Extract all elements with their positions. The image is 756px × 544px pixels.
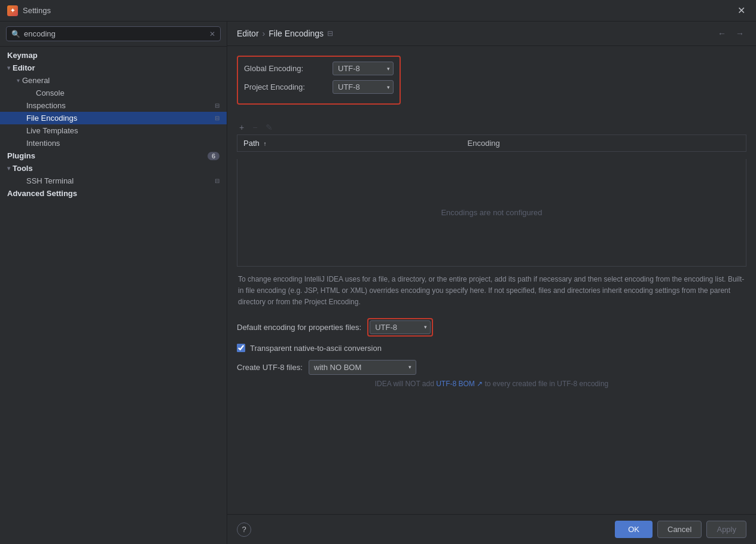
search-wrapper: 🔍 encoding ✕ bbox=[6, 26, 221, 41]
clear-search-button[interactable]: ✕ bbox=[209, 30, 215, 38]
properties-encoding-row: Default encoding for properties files: U… bbox=[237, 318, 746, 337]
properties-label: Default encoding for properties files: bbox=[237, 323, 361, 332]
description-text: To change encoding IntelliJ IDEA uses fo… bbox=[237, 274, 746, 308]
properties-encoding-select[interactable]: UTF-8 UTF-16 ISO-8859-1 bbox=[370, 320, 431, 334]
transparent-conversion-checkbox[interactable] bbox=[237, 344, 245, 352]
sidebar-item-plugins[interactable]: Plugins 6 bbox=[0, 149, 227, 162]
global-encoding-select[interactable]: UTF-8 UTF-16 ISO-8859-1 bbox=[333, 62, 394, 75]
apply-button[interactable]: Apply bbox=[706, 521, 746, 538]
main-panel: Editor › File Encodings ⊟ ← → Global Enc… bbox=[227, 22, 756, 544]
properties-select-wrapper: UTF-8 UTF-16 ISO-8859-1 ▾ bbox=[370, 320, 431, 334]
remove-path-button[interactable]: − bbox=[250, 121, 260, 133]
col-encoding[interactable]: Encoding bbox=[462, 135, 746, 152]
sidebar-item-file-encodings[interactable]: File Encodings ⊟ bbox=[0, 112, 227, 124]
transparent-conversion-row: Transparent native-to-ascii conversion bbox=[237, 344, 746, 353]
search-icon: 🔍 bbox=[11, 30, 20, 38]
title-bar: ✦ Settings ✕ bbox=[0, 0, 756, 22]
project-encoding-select-wrapper: UTF-8 UTF-16 ISO-8859-1 ▾ bbox=[333, 80, 394, 94]
breadcrumb-editor: Editor bbox=[237, 29, 259, 38]
search-input[interactable]: encoding bbox=[24, 29, 206, 38]
project-encoding-row: Project Encoding: UTF-8 UTF-16 ISO-8859-… bbox=[244, 80, 394, 94]
help-button[interactable]: ? bbox=[237, 522, 251, 537]
live-templates-label: Live Templates bbox=[26, 126, 78, 135]
sidebar-item-editor[interactable]: ▾ Editor bbox=[0, 62, 227, 74]
encoding-fields: Global Encoding: UTF-8 UTF-16 ISO-8859-1… bbox=[237, 56, 746, 112]
file-icon: ⊟ bbox=[215, 115, 220, 121]
sidebar-item-advanced-settings[interactable]: Advanced Settings bbox=[0, 187, 227, 200]
close-button[interactable]: ✕ bbox=[734, 4, 749, 17]
utf8-files-select[interactable]: with NO BOM with BOM always add BOM bbox=[309, 360, 416, 375]
inspections-label: Inspections bbox=[26, 101, 66, 110]
chevron-down-icon: ▾ bbox=[7, 65, 10, 71]
tools-label: Tools bbox=[13, 164, 33, 173]
breadcrumb-page: File Encodings bbox=[269, 29, 324, 38]
chevron-down-icon: ▾ bbox=[7, 165, 10, 172]
settings-icon: ⊟ bbox=[215, 102, 220, 109]
ok-button[interactable]: OK bbox=[615, 521, 653, 538]
search-bar: 🔍 encoding ✕ bbox=[0, 22, 227, 47]
bottom-bar: ? OK Cancel Apply bbox=[227, 514, 756, 544]
sidebar-item-ssh-terminal[interactable]: SSH Terminal ⊟ bbox=[0, 175, 227, 187]
bom-notice-prefix: IDEA will NOT add bbox=[375, 380, 436, 388]
sidebar-item-general[interactable]: ▾ General bbox=[0, 74, 227, 87]
keymap-label: Keymap bbox=[7, 51, 38, 60]
file-encodings-label: File Encodings bbox=[26, 114, 77, 123]
encoding-table: Path ↑ Encoding bbox=[237, 135, 746, 152]
console-label: Console bbox=[36, 88, 65, 97]
transparent-conversion-label: Transparent native-to-ascii conversion bbox=[250, 344, 382, 353]
sidebar-tree: Keymap ▾ Editor ▾ General Console bbox=[0, 47, 227, 544]
breadcrumb-separator: › bbox=[263, 29, 266, 38]
bom-notice: IDEA will NOT add UTF-8 BOM ↗ to every c… bbox=[237, 380, 746, 388]
plugins-badge: 6 bbox=[208, 152, 220, 160]
settings-icon: ⊟ bbox=[215, 178, 220, 184]
global-encoding-label: Global Encoding: bbox=[244, 64, 328, 73]
table-empty-message: Encodings are not configured bbox=[237, 159, 746, 267]
sidebar: 🔍 encoding ✕ Keymap ▾ Editor ▾ General bbox=[0, 22, 227, 544]
window-title: Settings bbox=[23, 6, 734, 15]
sidebar-item-inspections[interactable]: Inspections ⊟ bbox=[0, 99, 227, 112]
bom-notice-suffix: to every created file in UTF-8 encoding bbox=[483, 380, 608, 388]
nav-forward-button[interactable]: → bbox=[733, 27, 746, 39]
chevron-down-icon: ▾ bbox=[17, 77, 20, 84]
cancel-button[interactable]: Cancel bbox=[657, 521, 702, 538]
breadcrumb: Editor › File Encodings ⊟ bbox=[237, 29, 333, 38]
sidebar-item-keymap[interactable]: Keymap bbox=[0, 49, 227, 62]
panel-body: Global Encoding: UTF-8 UTF-16 ISO-8859-1… bbox=[227, 46, 756, 514]
editor-label: Editor bbox=[13, 63, 35, 72]
utf8-files-label: Create UTF-8 files: bbox=[237, 363, 303, 372]
app-icon: ✦ bbox=[7, 5, 18, 16]
plugins-label: Plugins bbox=[7, 151, 35, 160]
properties-select-highlight: UTF-8 UTF-16 ISO-8859-1 ▾ bbox=[367, 318, 433, 337]
global-encoding-row: Global Encoding: UTF-8 UTF-16 ISO-8859-1… bbox=[244, 62, 394, 75]
page-settings-icon: ⊟ bbox=[327, 29, 333, 38]
advanced-settings-label: Advanced Settings bbox=[7, 189, 77, 198]
ssh-terminal-label: SSH Terminal bbox=[26, 176, 74, 185]
utf8-select-wrapper: with NO BOM with BOM always add BOM ▾ bbox=[309, 360, 416, 375]
bom-notice-link[interactable]: UTF-8 BOM ↗ bbox=[436, 380, 483, 388]
sidebar-item-intentions[interactable]: Intentions bbox=[0, 137, 227, 149]
nav-arrows: ← → bbox=[715, 27, 746, 39]
bottom-actions: OK Cancel Apply bbox=[615, 521, 746, 538]
add-path-button[interactable]: + bbox=[237, 121, 246, 133]
sidebar-item-tools[interactable]: ▾ Tools bbox=[0, 162, 227, 175]
table-toolbar: + − ✎ bbox=[237, 121, 746, 133]
utf8-files-row: Create UTF-8 files: with NO BOM with BOM… bbox=[237, 360, 746, 375]
sidebar-item-console[interactable]: Console bbox=[0, 87, 227, 99]
project-encoding-select[interactable]: UTF-8 UTF-16 ISO-8859-1 bbox=[333, 80, 394, 94]
nav-back-button[interactable]: ← bbox=[715, 27, 728, 39]
panel-header: Editor › File Encodings ⊟ ← → bbox=[227, 22, 756, 46]
global-encoding-select-wrapper: UTF-8 UTF-16 ISO-8859-1 ▾ bbox=[333, 62, 394, 75]
col-path[interactable]: Path ↑ bbox=[237, 135, 462, 152]
sort-asc-icon: ↑ bbox=[263, 140, 266, 147]
intentions-label: Intentions bbox=[26, 139, 60, 148]
project-encoding-label: Project Encoding: bbox=[244, 82, 328, 91]
general-label: General bbox=[22, 76, 50, 85]
sidebar-item-live-templates[interactable]: Live Templates bbox=[0, 124, 227, 137]
edit-path-button[interactable]: ✎ bbox=[263, 121, 275, 133]
